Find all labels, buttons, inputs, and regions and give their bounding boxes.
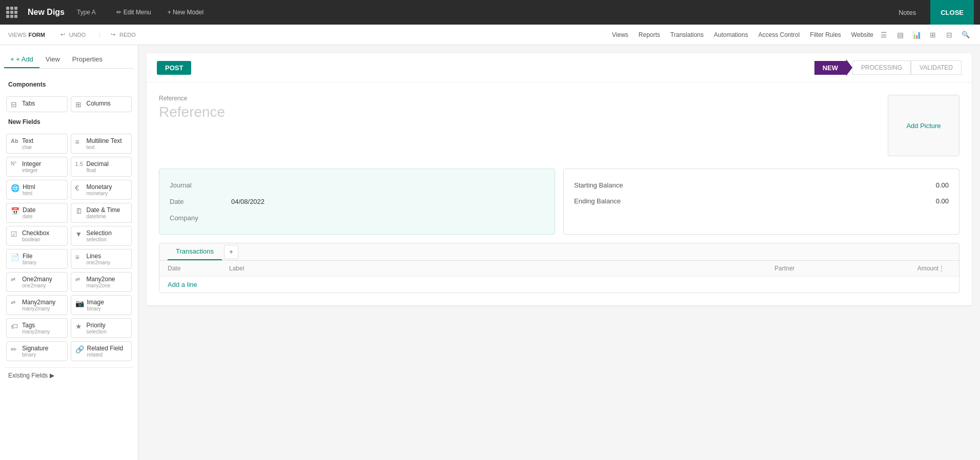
date-field-row: Date 04/08/2022 — [170, 194, 544, 210]
edit-menu-button[interactable]: ✏ Edit Menu — [112, 7, 155, 18]
new-fields-grid: Ab Text char ≡ Multiline Text text N° In… — [4, 134, 134, 361]
field-decimal[interactable]: 1.5 Decimal float — [71, 157, 132, 177]
signature-icon: ✏ — [11, 345, 19, 353]
table-header: Date Label Partner Amount ⋮ — [159, 261, 959, 277]
other-view-icon[interactable]: ⊟ — [943, 29, 955, 41]
nav-automations[interactable]: Automations — [714, 31, 748, 38]
app-grid-icon[interactable] — [6, 7, 17, 18]
col-label: Label — [229, 265, 774, 272]
component-columns[interactable]: ⊞ Columns — [71, 96, 132, 112]
nav-access-control[interactable]: Access Control — [758, 31, 800, 38]
right-column: Starting Balance 0.00 Ending Balance 0.0… — [563, 169, 959, 235]
date-icon: 📅 — [11, 207, 19, 215]
nav-translations[interactable]: Translations — [670, 31, 704, 38]
one2many-icon: ⇌ — [11, 276, 19, 283]
grid-view-icon[interactable]: ⊞ — [927, 29, 939, 41]
field-image[interactable]: 📷 Image binary — [71, 295, 132, 315]
post-button[interactable]: POST — [157, 61, 191, 75]
form-two-columns: Journal Date 04/08/2022 Company — [159, 169, 959, 235]
col-date: Date — [168, 265, 229, 272]
reference-value[interactable]: Reference — [159, 104, 888, 120]
date-value[interactable]: 04/08/2022 — [231, 198, 264, 205]
existing-fields-button[interactable]: Existing Fields ▶ — [4, 367, 134, 383]
datetime-icon: 🗓 — [75, 207, 84, 215]
field-text[interactable]: Ab Text char — [6, 134, 68, 154]
form-card: POST NEW PROCESSING VALIDATED — [147, 53, 972, 305]
field-monetary[interactable]: € Monetary monetary — [71, 180, 132, 200]
form-header: Reference Reference Add Picture — [159, 95, 959, 156]
main-layout: + + Add View Properties Components ⊟ Tab… — [0, 45, 980, 460]
sidebar-tab-add[interactable]: + + Add — [4, 51, 39, 68]
step-validated[interactable]: VALIDATED — [911, 60, 962, 75]
lines-icon: ≡ — [75, 253, 84, 261]
sidebar-tab-view[interactable]: View — [39, 51, 66, 68]
nav-views[interactable]: Views — [612, 31, 628, 38]
field-related[interactable]: 🔗 Related Field related — [71, 341, 132, 361]
nav-links: Views Reports Translations Automations A… — [612, 31, 873, 38]
step-processing[interactable]: PROCESSING — [852, 60, 911, 75]
list-view-icon[interactable]: ▤ — [894, 29, 906, 41]
form-view-icon[interactable]: ☰ — [877, 29, 890, 41]
image-icon: 📷 — [75, 299, 84, 307]
status-bar: POST NEW PROCESSING VALIDATED — [147, 53, 972, 82]
chart-view-icon[interactable]: 📊 — [910, 29, 923, 41]
checkbox-icon: ☑ — [11, 230, 19, 238]
nav-filter-rules[interactable]: Filter Rules — [810, 31, 841, 38]
sidebar-tab-properties[interactable]: Properties — [66, 51, 109, 68]
left-sidebar: + + Add View Properties Components ⊟ Tab… — [0, 45, 138, 460]
selection-icon: ▼ — [75, 230, 84, 238]
views-label: VIEWS — [8, 32, 26, 38]
field-signature[interactable]: ✏ Signature binary — [6, 341, 68, 361]
undo-redo-group: ↩ UNDO | ↪ REDO — [57, 30, 142, 40]
undo-button[interactable]: ↩ UNDO — [57, 30, 92, 40]
component-tabs[interactable]: ⊟ Tabs — [6, 96, 68, 112]
field-many2one[interactable]: ⇌ Many2one many2one — [71, 272, 132, 292]
field-checkbox[interactable]: ☑ Checkbox boolean — [6, 226, 68, 246]
field-lines[interactable]: ≡ Lines one2many — [71, 249, 132, 269]
reference-label: Reference — [159, 95, 888, 102]
field-tags[interactable]: 🏷 Tags many2many — [6, 318, 68, 338]
add-tab-button[interactable]: + — [224, 245, 238, 259]
ending-balance-value: 0.00 — [936, 197, 949, 205]
field-multiline-text[interactable]: ≡ Multiline Text text — [71, 134, 132, 154]
related-icon: 🔗 — [75, 345, 84, 353]
field-date[interactable]: 📅 Date date — [6, 203, 68, 223]
col-amount: Amount — [877, 265, 938, 272]
app-type: Type A — [77, 9, 96, 16]
priority-icon: ★ — [75, 322, 84, 330]
ending-balance-row: Ending Balance 0.00 — [574, 193, 949, 209]
transactions-tab[interactable]: Transactions — [168, 243, 222, 260]
table-body: Add a line — [159, 277, 959, 292]
html-icon: 🌐 — [11, 184, 19, 192]
field-priority[interactable]: ★ Priority selection — [71, 318, 132, 338]
decimal-icon: 1.5 — [75, 161, 84, 167]
redo-button[interactable]: ↪ REDO — [108, 30, 142, 40]
field-many2many[interactable]: ⇌ Many2many many2many — [6, 295, 68, 315]
col-partner: Partner — [774, 265, 877, 272]
file-icon: 📄 — [11, 253, 19, 261]
company-field-row: Company — [170, 210, 544, 226]
components-grid: ⊟ Tabs ⊞ Columns — [4, 96, 134, 112]
monetary-icon: € — [75, 184, 84, 192]
step-new[interactable]: NEW — [814, 59, 852, 76]
search-button[interactable]: 🔍 — [959, 29, 972, 41]
field-file[interactable]: 📄 File binary — [6, 249, 68, 269]
field-integer[interactable]: N° Integer integer — [6, 157, 68, 177]
field-datetime[interactable]: 🗓 Date & Time datetime — [71, 203, 132, 223]
nav-website[interactable]: Website — [851, 31, 873, 38]
notes-button[interactable]: Notes — [892, 7, 922, 18]
starting-balance-row: Starting Balance 0.00 — [574, 177, 949, 193]
new-model-button[interactable]: + New Model — [164, 7, 208, 18]
nav-reports[interactable]: Reports — [639, 31, 660, 38]
field-html[interactable]: 🌐 Html html — [6, 180, 68, 200]
close-button[interactable]: CLOSE — [930, 0, 974, 25]
field-selection[interactable]: ▼ Selection selection — [71, 226, 132, 246]
field-one2many[interactable]: ⇌ One2many one2many — [6, 272, 68, 292]
sidebar-top-tabs: + + Add View Properties — [4, 51, 134, 69]
top-navigation: New Digs Type A ✏ Edit Menu + New Model … — [0, 0, 980, 25]
columns-icon: ⊞ — [75, 100, 84, 109]
ending-balance-label: Ending Balance — [574, 197, 621, 205]
add-picture-button[interactable]: Add Picture — [888, 95, 959, 156]
status-steps: NEW PROCESSING VALIDATED — [814, 59, 962, 76]
add-line-button[interactable]: Add a line — [168, 279, 197, 290]
